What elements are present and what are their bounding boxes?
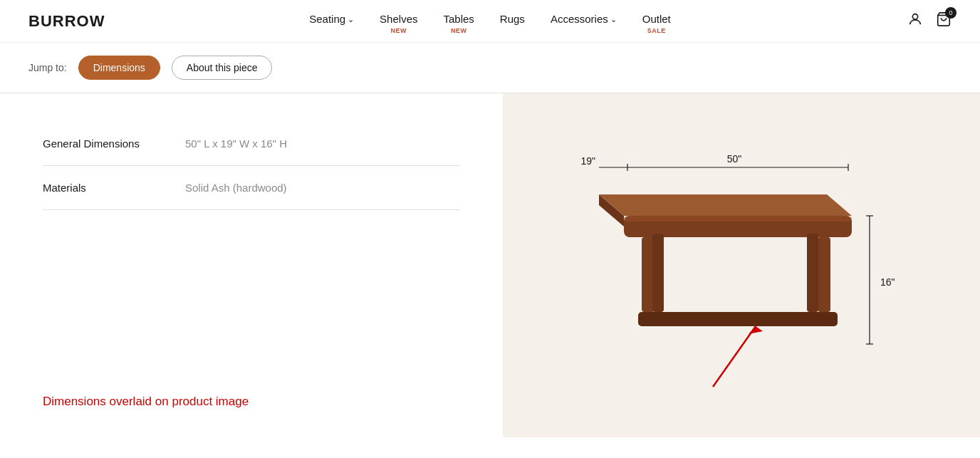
nav-label-tables: Tables — [443, 13, 474, 26]
outlet-badge: SALE — [647, 27, 666, 35]
jump-dimensions-button[interactable]: Dimensions — [78, 56, 160, 80]
svg-rect-16 — [818, 237, 830, 312]
nav-item-seating[interactable]: Seating ⌄ — [309, 13, 354, 26]
svg-rect-18 — [807, 234, 818, 312]
jump-to-label: Jump to: — [28, 62, 67, 73]
shelves-badge: NEW — [391, 27, 407, 35]
cart-count: 0 — [945, 7, 956, 19]
tables-badge: NEW — [451, 27, 467, 35]
header-icons: 0 — [907, 11, 952, 31]
spec-value-materials: Solid Ash (hardwood) — [185, 182, 287, 194]
spec-row-dimensions: General Dimensions 50" L x 19" W x 16" H — [43, 122, 460, 166]
svg-rect-13 — [624, 216, 852, 222]
specs-panel: General Dimensions 50" L x 19" W x 16" H… — [0, 93, 503, 437]
nav-item-tables[interactable]: Tables NEW — [443, 13, 474, 35]
cart-icon[interactable]: 0 — [936, 11, 952, 31]
spec-label-materials: Materials — [43, 182, 185, 194]
spec-row-materials: Materials Solid Ash (hardwood) — [43, 166, 460, 210]
spec-label-dimensions: General Dimensions — [43, 137, 185, 150]
account-icon[interactable] — [907, 11, 923, 31]
main-nav: Seating ⌄ Shelves NEW Tables NEW Rugs Ac… — [309, 7, 671, 35]
nav-item-shelves[interactable]: Shelves NEW — [380, 13, 417, 35]
jump-about-button[interactable]: About this piece — [172, 56, 273, 80]
main-content: General Dimensions 50" L x 19" W x 16" H… — [0, 93, 980, 437]
svg-text:19": 19" — [580, 155, 595, 167]
product-image-panel: 50" 19" 16" — [503, 93, 980, 437]
nav-label-shelves: Shelves — [380, 13, 417, 26]
svg-point-0 — [912, 14, 917, 19]
svg-rect-17 — [652, 234, 664, 312]
svg-marker-20 — [599, 194, 852, 216]
nav-label-accessories: Accessories — [551, 13, 608, 26]
brand-logo[interactable]: BURROW — [28, 12, 105, 31]
nav-item-outlet[interactable]: Outlet SALE — [642, 13, 671, 35]
product-diagram: 50" 19" 16" — [542, 123, 941, 408]
svg-line-21 — [713, 326, 756, 387]
nav-label-rugs: Rugs — [500, 13, 525, 26]
nav-label-outlet: Outlet — [642, 13, 671, 26]
nav-item-accessories[interactable]: Accessories ⌄ — [551, 13, 617, 26]
annotation-label: Dimensions overlaid on product image — [43, 395, 249, 408]
svg-text:16": 16" — [880, 276, 895, 288]
svg-text:50": 50" — [727, 153, 742, 165]
nav-item-rugs[interactable]: Rugs — [500, 13, 525, 26]
jump-bar: Jump to: Dimensions About this piece — [0, 43, 980, 93]
svg-marker-22 — [749, 326, 763, 334]
spec-value-dimensions: 50" L x 19" W x 16" H — [185, 137, 287, 150]
nav-label-seating: Seating — [309, 13, 345, 26]
header: BURROW Seating ⌄ Shelves NEW Tables NEW … — [0, 0, 980, 43]
chevron-down-icon: ⌄ — [348, 15, 354, 24]
chevron-down-icon-accessories: ⌄ — [610, 15, 617, 24]
svg-rect-14 — [638, 312, 838, 326]
